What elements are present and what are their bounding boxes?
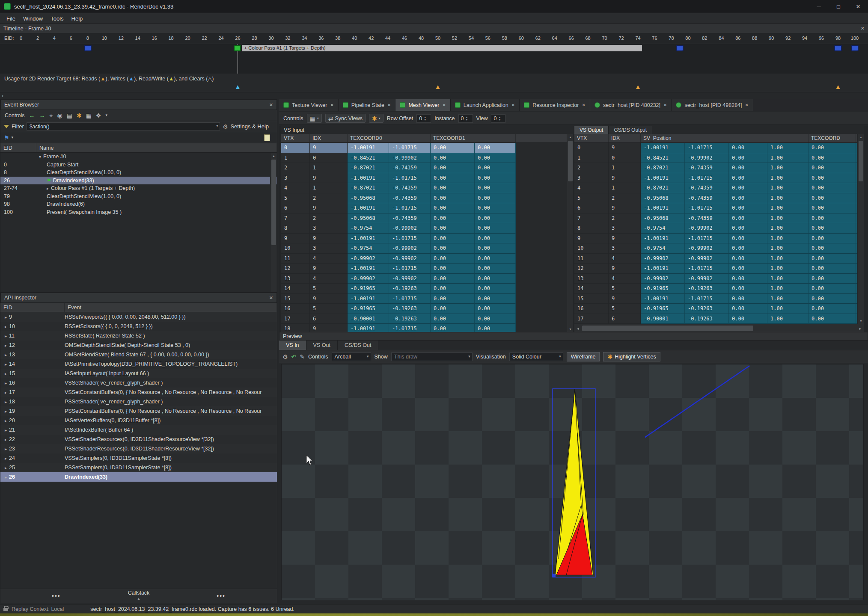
close-icon[interactable]: ✕	[330, 103, 333, 107]
vs-output-hscrollbar[interactable]: ◂ ▸	[574, 324, 864, 332]
close-icon[interactable]: ✕	[511, 103, 515, 107]
grid-column-header[interactable]: TEXCOORD0	[348, 134, 431, 142]
scroll-right-icon[interactable]: ▸	[857, 324, 864, 332]
api-row[interactable]: ▸9RSSetViewports({ { 0.00, 0.00, 2048.00…	[0, 312, 277, 322]
draw-event-marker[interactable]	[676, 45, 684, 51]
table-row[interactable]: 159-1.00191-1.017150.000.00	[281, 294, 573, 304]
menu-window[interactable]: Window	[19, 15, 47, 22]
table-row[interactable]: 83-0.9754-0.999020.001.000.000	[574, 223, 864, 234]
table-row[interactable]: 09-1.00191-1.017150.001.000.000	[574, 143, 864, 153]
draw-event-marker[interactable]	[834, 45, 842, 51]
api-row[interactable]: ▸22VSSetShaderResources(0, ID3D11ShaderR…	[0, 435, 277, 444]
event-browser-scrollbar[interactable]: ▴ ▾	[270, 153, 276, 296]
filter-input[interactable]	[27, 122, 220, 130]
table-row[interactable]: 52-0.95068-0.743590.001.000.000	[574, 193, 864, 204]
table-row[interactable]: 41-0.87021-0.743590.000.00	[281, 183, 573, 193]
grid-options-button[interactable]: ▦▾	[307, 114, 322, 123]
api-row[interactable]: ▸17VSSetConstantBuffers(0, { No Resource…	[0, 388, 277, 397]
tab-launch-application[interactable]: Launch Application✕	[451, 99, 520, 111]
api-row[interactable]: ▸18PSSetShader( ve_render_glyph_shader )	[0, 397, 277, 406]
forward-icon[interactable]: →	[39, 113, 45, 118]
colour-pass-bar[interactable]: + Colour Pass #1 (1 Targets + Depth)	[242, 45, 642, 51]
tab-resource-inspector[interactable]: Resource Inspector✕	[520, 99, 590, 111]
tab-texture-viewer[interactable]: Texture Viewer✕	[279, 99, 339, 111]
close-icon[interactable]: ✕	[442, 103, 446, 107]
grid-column-header[interactable]: TEXCOORD1	[431, 134, 516, 142]
gear-icon[interactable]: ⚙	[223, 124, 228, 130]
close-button[interactable]: ✕	[848, 0, 868, 13]
table-row[interactable]: 114-0.99902-0.999020.001.000.000	[574, 254, 864, 264]
preview-tab-vs-in[interactable]: VS In	[279, 341, 306, 350]
api-row[interactable]: ▸14IASetPrimitiveTopology(D3D_PRIMITIVE_…	[0, 359, 277, 369]
caret-icon[interactable]: ▸	[5, 409, 7, 414]
scroll-left-icon[interactable]: ◂	[574, 324, 581, 332]
chart-icon[interactable]: ▤	[67, 113, 72, 118]
scrollbar-thumb[interactable]	[568, 141, 573, 181]
api-row[interactable]: ▸11RSSetState( Rasterizer State 52 )	[0, 331, 277, 341]
table-row[interactable]: 114-0.99902-0.999020.000.00	[281, 254, 573, 264]
caret-icon[interactable]: ▾	[39, 154, 41, 159]
table-row[interactable]: 72-0.95068-0.743590.000.00	[281, 213, 573, 224]
table-row[interactable]: 165-0.91965-0.192630.001.000.000	[574, 304, 864, 314]
table-row[interactable]: 69-1.00191-1.017150.000.00	[281, 203, 573, 213]
table-row[interactable]: 176-0.90001-0.192630.000.00	[281, 314, 573, 324]
grid-column-header[interactable]: VTX	[574, 134, 609, 142]
event-browser-close-icon[interactable]: ✕	[269, 102, 273, 108]
event-browser-header[interactable]: Event Browser ✕	[0, 100, 277, 110]
table-row[interactable]: 103-0.9754-0.999020.000.00	[281, 243, 573, 254]
api-row[interactable]: ▸19PSSetConstantBuffers(0, { No Resource…	[0, 406, 277, 416]
timeline-ruler[interactable]: EID: 02468101214161820222426283032343638…	[0, 33, 868, 44]
table-row[interactable]: 103-0.9754-0.999020.001.000.000	[574, 243, 864, 254]
mesh-viewport[interactable]	[281, 364, 864, 600]
gear-icon[interactable]: ⚙	[282, 354, 288, 360]
chevron-down-icon[interactable]: ▾	[105, 113, 107, 117]
more-left-button[interactable]: •••	[52, 592, 61, 599]
caret-icon[interactable]: ▸	[5, 315, 7, 320]
reset-camera-icon[interactable]: ↶	[291, 354, 297, 360]
table-row[interactable]: 52-0.95068-0.743590.000.00	[281, 193, 573, 204]
table-row[interactable]: 159-1.00191-1.017150.001.000.000	[574, 294, 864, 304]
caret-icon[interactable]: ▸	[47, 186, 49, 191]
preview-tab-vs-out[interactable]: VS Out	[306, 341, 338, 350]
timeline-panel-header[interactable]: Timeline - Frame #0 ✕	[0, 24, 868, 33]
camera-mode-select[interactable]: Arcball	[332, 352, 371, 361]
close-icon[interactable]: ✕	[663, 103, 667, 107]
table-row[interactable]: 83-0.9754-0.999020.000.00	[281, 223, 573, 234]
caret-icon[interactable]: ▸	[5, 390, 7, 395]
scroll-down-icon[interactable]: ▾	[567, 326, 574, 332]
row-offset-input[interactable]: 0▲▼	[416, 114, 431, 123]
api-row[interactable]: ▸25PSSetSamplers(0, ID3D11SamplerState *…	[0, 463, 277, 472]
sync-views-button[interactable]: ⇄Sync Views	[325, 114, 366, 123]
api-row[interactable]: ▸23PSSetShaderResources(0, ID3D11ShaderR…	[0, 444, 277, 453]
stepper-icon[interactable]: ▲▼	[424, 116, 426, 121]
close-icon[interactable]: ✕	[745, 103, 749, 107]
api-row[interactable]: ▸15IASetInputLayout( Input Layout 66 )	[0, 369, 277, 378]
vs-input-scrollbar[interactable]: ▴ ▾	[567, 134, 573, 332]
table-row[interactable]: 72-0.95068-0.743590.001.000.000	[574, 213, 864, 224]
back-icon[interactable]: ←	[29, 113, 35, 118]
scroll-up-icon[interactable]: ▴	[271, 153, 277, 159]
scrollbar-thumb[interactable]	[271, 160, 276, 245]
table-row[interactable]: 165-0.91965-0.192630.000.00	[281, 304, 573, 314]
grid-column-header[interactable]: VTX	[281, 134, 310, 142]
close-icon[interactable]: ✕	[387, 103, 391, 107]
grid-column-header[interactable]: TEXCOORD	[809, 134, 856, 142]
grid-icon[interactable]: ▦	[86, 113, 92, 118]
event-row[interactable]: ▾Frame #0	[0, 153, 277, 161]
table-row[interactable]: 129-1.00191-1.017150.001.000.000	[574, 264, 864, 274]
stepper-icon[interactable]: ▲▼	[466, 116, 468, 121]
menu-file[interactable]: File	[3, 15, 19, 22]
grid-column-header[interactable]: IDX	[310, 134, 348, 142]
callstack-handle[interactable]: Callstack ▲	[128, 590, 150, 601]
table-row[interactable]: 21-0.87021-0.743590.001.000.000	[574, 163, 864, 173]
world-icon[interactable]: ◉	[57, 113, 62, 118]
caret-icon[interactable]: ▸	[5, 343, 7, 348]
usage-marker-icon[interactable]: ▲	[235, 82, 241, 92]
scroll-up-icon[interactable]: ▴	[858, 134, 864, 140]
api-row[interactable]: ▸12OMSetDepthStencilState( Depth-Stencil…	[0, 341, 277, 350]
api-row[interactable]: ▸24VSSetSamplers(0, ID3D11SamplerState *…	[0, 453, 277, 463]
more-right-button[interactable]: •••	[217, 592, 226, 599]
notes-icon[interactable]	[264, 134, 270, 141]
caret-icon[interactable]: ▸	[5, 362, 7, 367]
api-inspector-close-icon[interactable]: ✕	[269, 295, 273, 301]
